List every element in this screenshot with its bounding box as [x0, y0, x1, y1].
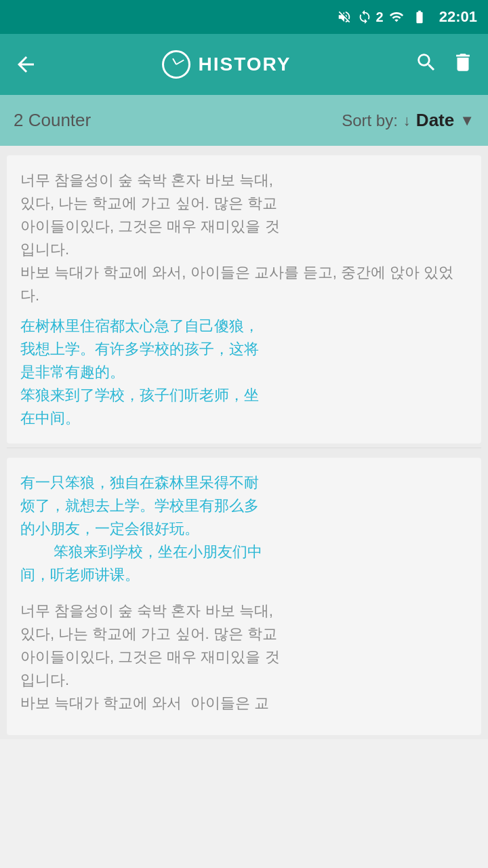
- action-icons: [415, 51, 474, 79]
- divider: [7, 448, 481, 448]
- time-display: 22:01: [439, 8, 477, 26]
- sort-direction-icon: ↓: [403, 112, 411, 130]
- status-icons: 2 22:01: [336, 8, 477, 26]
- search-button[interactable]: [415, 51, 438, 79]
- sort-value: Date: [416, 110, 454, 131]
- counter-label: 2 Counter: [14, 110, 342, 131]
- toolbar: 2 Counter Sort by: ↓ Date ▼: [0, 95, 488, 146]
- sync-icon: [357, 9, 372, 24]
- sort-group[interactable]: Sort by: ↓ Date ▼: [342, 110, 474, 131]
- signal-icon: [388, 9, 405, 24]
- sim-badge: 2: [376, 9, 384, 25]
- status-bar: 2 22:01: [0, 0, 488, 34]
- app-bar: HISTORY: [0, 34, 488, 95]
- history-card-2: 有一只笨狼，独自在森林里呆得不耐烦了，就想去上学。学校里有那么多的小朋友，一定会…: [7, 458, 481, 735]
- back-button[interactable]: [14, 52, 38, 77]
- clock-icon: [162, 50, 190, 79]
- battery-icon: [409, 9, 430, 24]
- sort-label: Sort by:: [342, 111, 398, 130]
- history-card: 너무 참을성이 숲 숙박 혼자 바보 늑대,있다, 나는 학교에 가고 싶어. …: [7, 155, 481, 443]
- korean-text-1: 너무 참을성이 숲 숙박 혼자 바보 늑대,있다, 나는 학교에 가고 싶어. …: [20, 169, 468, 308]
- dropdown-icon[interactable]: ▼: [460, 112, 474, 130]
- content-area: 너무 참을성이 숲 숙박 혼자 바보 늑대,있다, 나는 학교에 가고 싶어. …: [0, 146, 488, 739]
- chinese-text-1: 在树林里住宿都太心急了自己傻狼，我想上学。有许多学校的孩子，这将是非常有趣的。笨…: [20, 315, 468, 430]
- delete-button[interactable]: [451, 51, 474, 79]
- mute-icon: [336, 9, 353, 24]
- app-title: HISTORY: [199, 54, 291, 75]
- chinese-text-2: 有一只笨狼，独自在森林里呆得不耐烦了，就想去上学。学校里有那么多的小朋友，一定会…: [20, 471, 468, 587]
- title-group: HISTORY: [49, 50, 404, 79]
- korean-text-2: 너무 참을성이 숲 숙박 혼자 바보 늑대,있다, 나는 학교에 가고 싶어. …: [20, 599, 468, 715]
